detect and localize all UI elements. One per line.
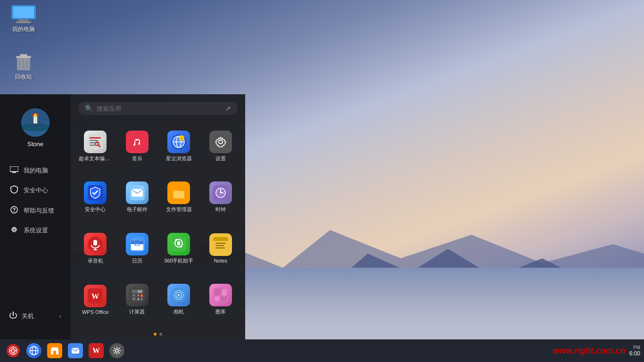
shield-icon [9,185,19,196]
app-icon-email [126,181,149,204]
app-item-calc[interactable]: 89 ÷ × - 7 8 + 计算器 [116,274,158,326]
desktop-icon-recycle-bin-label: 回收站 [15,73,32,81]
expand-icon[interactable]: ↗ [225,105,231,112]
clock-period: PM [629,345,640,350]
app-icon-files [167,181,190,204]
svg-text:×: × [137,294,139,297]
desktop-icon-my-computer[interactable]: 我的电脑 [5,5,42,33]
svg-text:★: ★ [180,137,183,141]
taskbar-browser[interactable] [25,341,43,360]
sidebar-nav-help[interactable]: ? 帮助与反馈 [4,201,67,220]
dot-1[interactable] [154,333,157,336]
svg-rect-31 [90,140,98,141]
svg-rect-5 [13,7,34,18]
app-item-email[interactable]: 电子邮件 [116,172,158,223]
app-icon-camera [167,284,190,306]
svg-rect-32 [90,142,99,143]
taskbar-email[interactable] [66,341,85,360]
svg-rect-49 [173,191,184,198]
search-bar[interactable]: 🔍 ↗ [78,102,238,115]
start-apps-area: 🔍 ↗ 超卓文本编辑... [71,94,245,339]
dot-2[interactable] [159,333,162,336]
sidebar-nav-my-computer[interactable]: 我的电脑 [4,162,67,180]
app-icon-360 [167,233,190,255]
app-item-wps[interactable]: W WPS Office [74,274,116,326]
app-label-settings: 设置 [215,155,226,162]
app-icon-gallery [209,284,232,306]
start-menu-sidebar: Stone 我的电脑 安全中心 [0,94,71,339]
app-item-settings[interactable]: 设置 [200,121,242,172]
taskbar-store[interactable] [45,341,64,360]
app-icon-settings [209,131,232,153]
app-label-camera: 相机 [173,308,184,315]
svg-rect-9 [16,56,31,58]
sidebar-nav-system-settings[interactable]: 系统设置 [4,221,67,240]
power-button[interactable]: 关机 › [4,307,67,325]
app-label-360: 360手机助手 [164,257,193,264]
app-icon-clock [209,181,232,204]
sidebar-nav-security[interactable]: 安全中心 [4,181,67,200]
svg-text:W: W [91,292,99,300]
app-item-security[interactable]: 安全中心 [74,172,116,223]
desktop-icons-area: 我的电脑 回收站 [5,5,42,81]
svg-rect-10 [20,54,27,56]
desktop-icon-recycle-bin[interactable]: 回收站 [5,52,42,81]
sidebar-nav-my-computer-label: 我的电脑 [24,166,48,175]
svg-rect-102 [215,289,221,296]
app-item-music[interactable]: 音乐 [116,121,158,172]
app-item-files[interactable]: 文件管理器 [158,172,200,223]
svg-rect-7 [16,21,31,23]
svg-point-55 [220,192,221,194]
svg-point-99 [178,294,180,296]
page-indicator [71,329,245,339]
taskbar-browser-icon [26,343,41,358]
svg-rect-29 [88,134,103,149]
svg-rect-77 [215,247,225,248]
app-item-calendar[interactable]: 23 日历 [116,223,158,274]
search-input[interactable] [97,105,222,112]
app-item-chaozhuo[interactable]: 超卓文本编辑... [74,121,116,172]
taskbar-store-icon [47,343,62,358]
app-icon-chaozhuo [84,131,107,153]
app-item-clock[interactable]: 时钟 [200,172,242,223]
app-icon-notes [209,233,232,256]
svg-rect-71 [177,241,180,245]
user-section: Stone [0,104,71,152]
app-label-email: 电子邮件 [127,206,148,213]
app-item-browser[interactable]: ★ 星尘浏览器 [158,121,200,172]
svg-text:+: + [140,297,142,301]
svg-point-28 [12,227,17,232]
app-icon-recorder [84,233,107,255]
avatar[interactable] [21,108,50,137]
svg-rect-22 [10,166,18,172]
sidebar-nav-help-label: 帮助与反馈 [24,206,54,215]
app-label-notes: Notes [214,258,227,263]
taskbar-right-area: www.right.com.cn PM 6:00 [553,345,640,357]
app-item-camera[interactable]: 相机 [158,274,200,326]
start-menu: Stone 我的电脑 安全中心 [0,94,245,339]
app-item-recorder[interactable]: 录音机 [74,223,116,274]
taskbar-wps[interactable]: W [87,341,106,360]
svg-rect-115 [72,348,79,354]
taskbar-settings[interactable] [107,341,126,360]
app-item-360[interactable]: 360手机助手 [158,223,200,274]
app-item-notes[interactable]: Notes [200,223,242,274]
svg-point-116 [116,349,118,352]
svg-text:÷: ÷ [133,294,135,297]
taskbar-start-button[interactable] [4,341,23,360]
svg-rect-6 [19,19,28,21]
power-chevron-icon: › [59,313,61,320]
gear-icon [9,226,19,235]
app-label-recorder: 录音机 [88,257,103,264]
monitor-icon [9,166,19,175]
app-label-calendar: 日历 [132,257,142,264]
app-label-chaozhuo: 超卓文本编辑... [79,155,112,162]
app-icon-security [84,181,107,204]
svg-text:89: 89 [138,289,142,294]
app-item-gallery[interactable]: 图库 [200,274,242,326]
svg-rect-75 [215,243,226,244]
sidebar-bottom: 关机 › [0,302,71,330]
apps-grid: 超卓文本编辑... 音乐 [71,121,245,329]
svg-point-35 [130,134,145,149]
app-label-files: 文件管理器 [166,206,192,213]
